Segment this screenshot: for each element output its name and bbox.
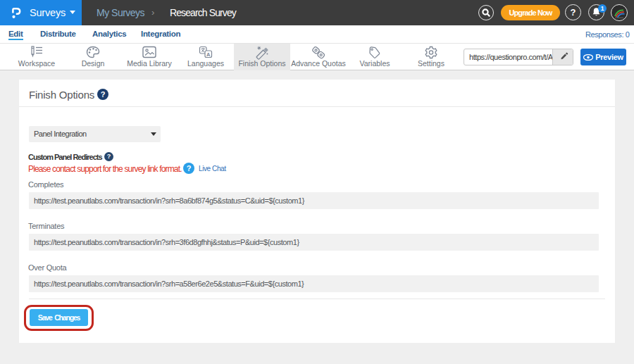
svg-text:A: A <box>206 51 211 58</box>
